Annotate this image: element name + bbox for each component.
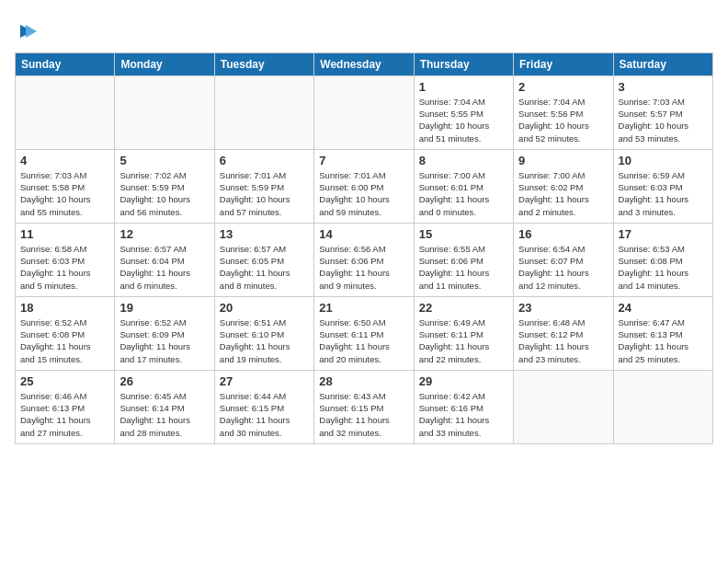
day-number: 21 [319, 301, 408, 315]
day-info-text: and 51 minutes. [419, 132, 508, 144]
day-info-text: and 17 minutes. [119, 353, 209, 365]
calendar-day-cell: 20Sunrise: 6:51 AMSunset: 6:10 PMDayligh… [214, 296, 313, 370]
calendar-day-cell: 25Sunrise: 6:46 AMSunset: 6:13 PMDayligh… [16, 370, 115, 443]
day-info-text: Sunset: 6:13 PM [619, 328, 708, 340]
day-info-text: Sunset: 6:12 PM [518, 328, 608, 340]
day-number: 10 [619, 154, 708, 167]
day-number: 26 [119, 374, 209, 388]
day-info-text: Sunset: 6:06 PM [419, 255, 508, 267]
day-info-text: Sunrise: 6:42 AM [419, 390, 508, 402]
day-info-text: and 30 minutes. [220, 427, 309, 439]
day-info-text: Daylight: 11 hours [20, 414, 109, 426]
day-number: 22 [419, 301, 508, 315]
calendar-day-cell: 9Sunrise: 7:00 AMSunset: 6:02 PMDaylight… [514, 149, 613, 223]
day-info-text: Daylight: 11 hours [220, 267, 309, 279]
calendar-day-cell: 14Sunrise: 6:56 AMSunset: 6:06 PMDayligh… [314, 223, 414, 296]
day-info-text: Daylight: 11 hours [419, 267, 508, 279]
day-info-text: Sunset: 6:11 PM [319, 328, 408, 340]
day-number: 11 [20, 227, 109, 241]
day-info-text: and 57 minutes. [220, 206, 309, 218]
calendar-day-cell: 22Sunrise: 6:49 AMSunset: 6:11 PMDayligh… [414, 296, 513, 370]
day-info-text: Daylight: 10 hours [319, 193, 408, 205]
day-info-text: Sunrise: 6:57 AM [220, 243, 309, 255]
calendar-day-cell: 13Sunrise: 6:57 AMSunset: 6:05 PMDayligh… [214, 223, 313, 296]
day-info-text: Daylight: 11 hours [419, 340, 508, 352]
day-info-text: Daylight: 11 hours [220, 414, 309, 426]
calendar-day-cell [514, 370, 613, 443]
header [15, 15, 713, 41]
logo-icon [17, 21, 37, 41]
weekday-header: Thursday [414, 52, 513, 75]
calendar-day-cell: 24Sunrise: 6:47 AMSunset: 6:13 PMDayligh… [613, 296, 712, 370]
day-info-text: Daylight: 11 hours [419, 193, 508, 205]
day-info-text: Daylight: 10 hours [419, 120, 508, 132]
day-number: 13 [220, 227, 309, 241]
day-info-text: Sunset: 6:01 PM [419, 181, 508, 193]
day-info-text: Daylight: 11 hours [119, 414, 209, 426]
calendar-week-row: 18Sunrise: 6:52 AMSunset: 6:08 PMDayligh… [16, 296, 713, 370]
calendar-week-row: 4Sunrise: 7:03 AMSunset: 5:58 PMDaylight… [16, 149, 713, 223]
day-info-text: Sunset: 6:06 PM [319, 255, 408, 267]
day-info-text: and 11 minutes. [419, 280, 508, 292]
day-info-text: Sunrise: 7:01 AM [220, 169, 309, 181]
calendar: SundayMondayTuesdayWednesdayThursdayFrid… [15, 52, 713, 444]
day-info-text: Sunrise: 6:51 AM [220, 316, 309, 328]
day-info-text: and 33 minutes. [419, 427, 508, 439]
day-info-text: Sunrise: 6:46 AM [20, 390, 109, 402]
calendar-day-cell: 11Sunrise: 6:58 AMSunset: 6:03 PMDayligh… [16, 223, 115, 296]
day-number: 19 [119, 301, 209, 315]
day-info-text: and 25 minutes. [619, 353, 708, 365]
calendar-day-cell: 15Sunrise: 6:55 AMSunset: 6:06 PMDayligh… [414, 223, 513, 296]
day-info-text: Daylight: 11 hours [518, 267, 608, 279]
day-info-text: Daylight: 10 hours [518, 120, 608, 132]
day-info-text: Sunrise: 7:01 AM [319, 169, 408, 181]
day-info-text: and 8 minutes. [220, 280, 309, 292]
day-info-text: Sunset: 6:02 PM [518, 181, 608, 193]
day-number: 29 [419, 374, 508, 388]
day-info-text: Daylight: 11 hours [319, 414, 408, 426]
day-info-text: Sunset: 6:10 PM [220, 328, 309, 340]
day-info-text: and 15 minutes. [20, 353, 109, 365]
calendar-day-cell: 4Sunrise: 7:03 AMSunset: 5:58 PMDaylight… [16, 149, 115, 223]
calendar-week-row: 1Sunrise: 7:04 AMSunset: 5:55 PMDaylight… [16, 75, 713, 149]
day-info-text: Sunrise: 6:47 AM [619, 316, 708, 328]
day-info-text: Sunset: 6:15 PM [220, 402, 309, 414]
day-info-text: Daylight: 11 hours [518, 340, 608, 352]
day-info-text: Sunset: 6:11 PM [419, 328, 508, 340]
weekday-header: Sunday [16, 52, 115, 75]
calendar-day-cell: 12Sunrise: 6:57 AMSunset: 6:04 PMDayligh… [115, 223, 214, 296]
day-info-text: Sunset: 6:08 PM [619, 255, 708, 267]
day-info-text: and 14 minutes. [619, 280, 708, 292]
day-info-text: and 12 minutes. [518, 280, 608, 292]
day-number: 20 [220, 301, 309, 315]
calendar-week-row: 25Sunrise: 6:46 AMSunset: 6:13 PMDayligh… [16, 370, 713, 443]
day-info-text: Sunset: 6:15 PM [319, 402, 408, 414]
day-info-text: Sunrise: 6:44 AM [220, 390, 309, 402]
calendar-day-cell [214, 75, 313, 149]
day-info-text: Daylight: 11 hours [20, 340, 109, 352]
day-info-text: Sunrise: 6:54 AM [518, 243, 608, 255]
calendar-day-cell: 18Sunrise: 6:52 AMSunset: 6:08 PMDayligh… [16, 296, 115, 370]
calendar-day-cell: 8Sunrise: 7:00 AMSunset: 6:01 PMDaylight… [414, 149, 513, 223]
weekday-header: Monday [115, 52, 214, 75]
day-info-text: Sunrise: 6:56 AM [319, 243, 408, 255]
day-info-text: Sunset: 6:03 PM [619, 181, 708, 193]
day-info-text: Sunrise: 6:55 AM [419, 243, 508, 255]
day-info-text: Sunset: 5:55 PM [419, 108, 508, 120]
day-number: 4 [20, 154, 109, 167]
day-info-text: Sunrise: 6:50 AM [319, 316, 408, 328]
day-number: 2 [518, 80, 608, 94]
day-info-text: Daylight: 10 hours [119, 193, 209, 205]
day-number: 17 [619, 227, 708, 241]
day-info-text: Sunset: 6:14 PM [119, 402, 209, 414]
day-info-text: Sunrise: 6:58 AM [20, 243, 109, 255]
svg-marker-1 [26, 25, 37, 38]
day-info-text: and 5 minutes. [20, 280, 109, 292]
day-info-text: Daylight: 10 hours [20, 193, 109, 205]
day-info-text: Daylight: 11 hours [220, 340, 309, 352]
day-info-text: Daylight: 11 hours [619, 193, 708, 205]
day-info-text: Daylight: 11 hours [619, 340, 708, 352]
day-info-text: Sunrise: 6:45 AM [119, 390, 209, 402]
calendar-day-cell: 2Sunrise: 7:04 AMSunset: 5:56 PMDaylight… [514, 75, 613, 149]
day-number: 18 [20, 301, 109, 315]
